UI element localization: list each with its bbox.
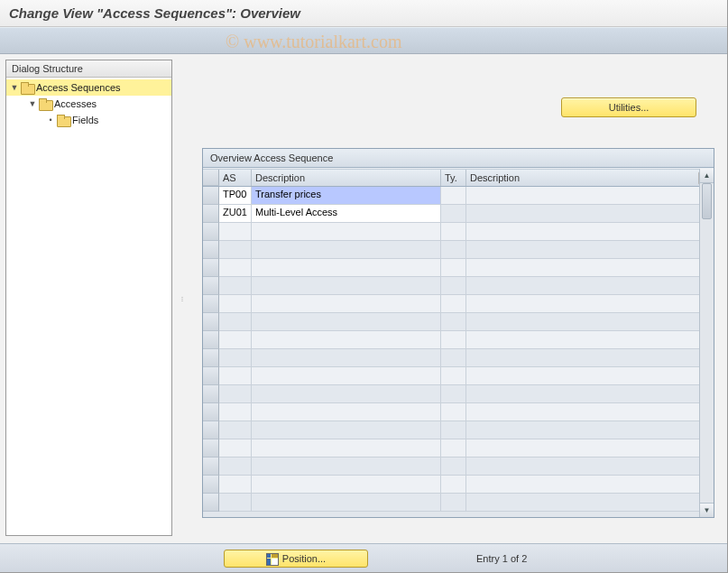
cell-type — [441, 331, 466, 349]
cell-as — [219, 439, 252, 457]
twisty-open-icon[interactable]: ▼ — [10, 83, 19, 92]
col-header-desc2[interactable]: Description — [466, 170, 714, 186]
row-selector[interactable] — [203, 205, 219, 223]
grid: AS Description Ty. Description ▦ TP00Tra… — [203, 169, 714, 517]
cell-description — [252, 476, 441, 494]
cell-description — [252, 439, 441, 457]
table-row[interactable] — [203, 313, 714, 331]
row-selector[interactable] — [203, 259, 219, 277]
cell-as — [219, 476, 252, 494]
entry-counter: Entry 1 of 2 — [476, 553, 527, 564]
cell-description[interactable]: Transfer prices — [252, 187, 441, 205]
utilities-button[interactable]: Utilities... — [561, 97, 696, 117]
table-row[interactable] — [203, 476, 714, 494]
row-selector[interactable] — [203, 421, 219, 439]
row-selector[interactable] — [203, 476, 219, 494]
cell-as — [219, 403, 252, 421]
cell-description — [252, 331, 441, 349]
twisty-closed-icon[interactable]: • — [46, 116, 55, 125]
col-header-ty[interactable]: Ty. — [441, 170, 466, 186]
table-row[interactable] — [203, 421, 714, 439]
table-row[interactable] — [203, 331, 714, 349]
cell-description2 — [466, 403, 714, 421]
table-row[interactable] — [203, 349, 714, 367]
cell-type — [441, 403, 466, 421]
tree-node-access-sequences[interactable]: ▼Access Sequences — [6, 79, 171, 96]
folder-icon — [57, 115, 69, 125]
row-selector[interactable] — [203, 439, 219, 457]
table-row[interactable] — [203, 439, 714, 457]
cell-description — [252, 223, 441, 241]
cell-as — [219, 367, 252, 385]
row-selector[interactable] — [203, 385, 219, 403]
cell-description — [252, 367, 441, 385]
table-row[interactable]: ZU01Multi-Level Access — [203, 205, 714, 223]
table-row[interactable] — [203, 385, 714, 403]
cell-description2 — [466, 259, 714, 277]
table-row[interactable] — [203, 241, 714, 259]
table-row[interactable] — [203, 277, 714, 295]
row-selector[interactable] — [203, 187, 219, 205]
row-selector[interactable] — [203, 313, 219, 331]
cell-description — [252, 259, 441, 277]
cell-type[interactable] — [441, 205, 466, 223]
row-selector[interactable] — [203, 367, 219, 385]
row-selector[interactable] — [203, 277, 219, 295]
grid-icon — [266, 553, 277, 564]
tree-node-fields[interactable]: •Fields — [6, 112, 171, 128]
cell-as — [219, 494, 252, 512]
cell-as — [219, 349, 252, 367]
row-selector[interactable] — [203, 223, 219, 241]
table-row[interactable] — [203, 223, 714, 241]
cell-type[interactable] — [441, 187, 466, 205]
col-header-as[interactable]: AS — [219, 170, 252, 186]
cell-description[interactable]: Multi-Level Access — [252, 205, 441, 223]
table-row[interactable] — [203, 403, 714, 421]
cell-as — [219, 295, 252, 313]
cell-description2 — [466, 494, 714, 512]
vertical-scrollbar[interactable]: ▲ ▼ — [699, 169, 714, 517]
cell-description — [252, 349, 441, 367]
tree-body: ▼Access Sequences▼Accesses•Fields — [6, 78, 171, 130]
position-button[interactable]: Position... — [224, 550, 368, 568]
row-selector[interactable] — [203, 349, 219, 367]
splitter-handle[interactable]: ⋮ — [180, 60, 184, 536]
twisty-open-icon[interactable]: ▼ — [28, 99, 37, 108]
tree-node-accesses[interactable]: ▼Accesses — [6, 96, 171, 112]
cell-description — [252, 241, 441, 259]
footer-bar: Position... Entry 1 of 2 — [0, 543, 727, 572]
table-row[interactable] — [203, 367, 714, 385]
row-selector[interactable] — [203, 241, 219, 259]
cell-description2 — [466, 349, 714, 367]
scroll-up-icon[interactable]: ▲ — [700, 169, 714, 183]
col-header-desc1[interactable]: Description — [252, 170, 441, 186]
row-selector[interactable] — [203, 331, 219, 349]
table-row[interactable] — [203, 295, 714, 313]
cell-description2 — [466, 277, 714, 295]
cell-type — [441, 367, 466, 385]
scroll-down-icon[interactable]: ▼ — [700, 503, 714, 517]
select-all-handle[interactable] — [203, 170, 219, 186]
table-row[interactable] — [203, 494, 714, 512]
cell-as[interactable]: TP00 — [219, 187, 252, 205]
table-row[interactable]: TP00Transfer prices — [203, 187, 714, 205]
cell-description2[interactable] — [466, 187, 714, 205]
cell-type — [441, 476, 466, 494]
cell-as[interactable]: ZU01 — [219, 205, 252, 223]
table-row[interactable] — [203, 259, 714, 277]
scroll-thumb[interactable] — [702, 183, 712, 219]
table-title: Overview Access Sequence — [203, 149, 714, 168]
row-selector[interactable] — [203, 494, 219, 512]
cell-description2[interactable] — [466, 205, 714, 223]
cell-description2 — [466, 421, 714, 439]
row-selector[interactable] — [203, 295, 219, 313]
row-selector[interactable] — [203, 403, 219, 421]
cell-as — [219, 421, 252, 439]
cell-description — [252, 385, 441, 403]
grid-header: AS Description Ty. Description ▦ — [203, 169, 714, 187]
scroll-track[interactable] — [700, 183, 714, 503]
tree-node-label: Fields — [72, 115, 98, 125]
main-area: Dialog Structure ▼Access Sequences▼Acces… — [0, 54, 727, 541]
row-selector[interactable] — [203, 457, 219, 476]
table-row[interactable] — [203, 457, 714, 476]
